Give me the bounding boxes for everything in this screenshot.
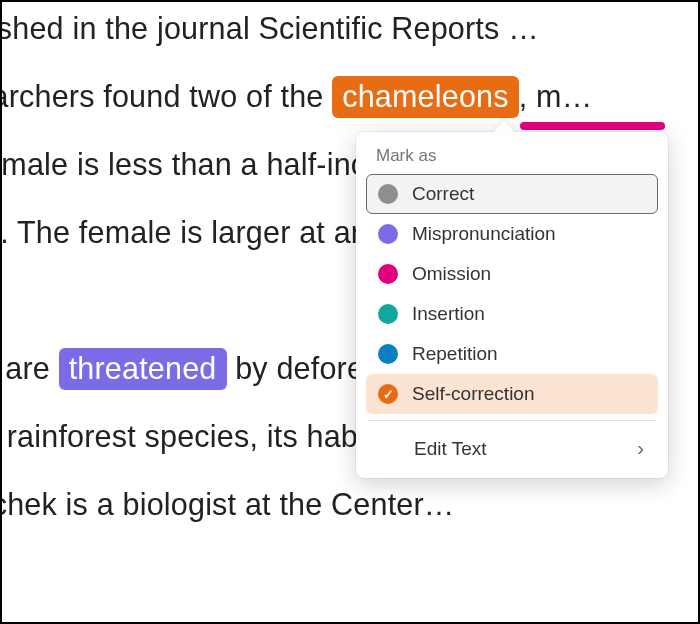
dot-icon xyxy=(378,264,398,284)
dot-icon xyxy=(378,304,398,324)
chevron-right-icon: › xyxy=(637,437,644,460)
option-label: Self-correction xyxy=(412,383,535,405)
divider xyxy=(368,420,656,421)
dot-icon xyxy=(378,344,398,364)
option-label: Repetition xyxy=(412,343,498,365)
option-label: Correct xyxy=(412,183,474,205)
popup-arrow-icon xyxy=(492,120,516,134)
popup-title: Mark as xyxy=(366,146,658,174)
mark-insertion-option[interactable]: Insertion xyxy=(366,294,658,334)
edit-text-label: Edit Text xyxy=(414,438,487,460)
edit-text-button[interactable]: Edit Text › xyxy=(366,427,658,470)
option-label: Insertion xyxy=(412,303,485,325)
option-label: Omission xyxy=(412,263,491,285)
text-line: … published in the journal Scientific Re… xyxy=(0,11,539,45)
mark-selfcorrection-option[interactable]: ✓ Self-correction xyxy=(366,374,658,414)
mark-mispronunciation-option[interactable]: Mispronunciation xyxy=(366,214,658,254)
mark-repetition-option[interactable]: Repetition xyxy=(366,334,658,374)
dot-icon xyxy=(378,184,398,204)
text-line: , m… xyxy=(519,79,593,113)
text-line: …leons are xyxy=(0,351,59,385)
mark-as-popup: Mark as Correct Mispronunciation Omissio… xyxy=(356,132,668,478)
dot-icon xyxy=(378,224,398,244)
text-line: Hawlitschek is a biologist at the Center… xyxy=(0,487,455,521)
mark-correct-option[interactable]: Correct xyxy=(366,174,658,214)
check-icon: ✓ xyxy=(378,384,398,404)
option-label: Mispronunciation xyxy=(412,223,556,245)
text-line: … researchers found two of the xyxy=(0,79,332,113)
highlight-omission-peek xyxy=(520,122,665,130)
mark-omission-option[interactable]: Omission xyxy=(366,254,658,294)
highlighted-word-mispronunciation[interactable]: threatened xyxy=(59,348,227,390)
highlighted-word-selfcorrection[interactable]: chameleons xyxy=(332,76,518,118)
